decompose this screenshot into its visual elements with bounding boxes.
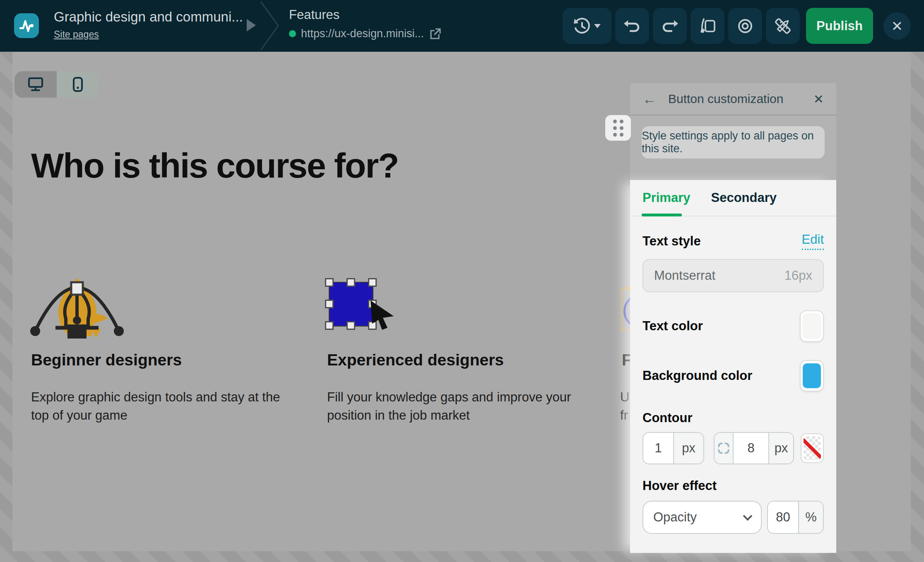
pen-tool-icon: [29, 266, 125, 340]
font-name: Montserrat: [654, 268, 715, 283]
design-tools-button[interactable]: [766, 8, 800, 44]
selected-square-illustration[interactable]: [325, 278, 377, 330]
page-url[interactable]: https://ux-design.minisi...: [301, 27, 424, 40]
preview-button[interactable]: [728, 8, 762, 44]
border-radius-unit: px: [768, 433, 793, 464]
published-status-dot: [289, 30, 296, 37]
border-radius-input[interactable]: 8: [734, 433, 768, 464]
external-link-icon[interactable]: [429, 28, 441, 40]
desktop-view-button[interactable]: [14, 71, 57, 98]
border-width-unit: px: [673, 433, 703, 464]
history-button[interactable]: [563, 8, 611, 44]
corner-radius-cell: [715, 433, 734, 464]
hover-effect-value: Opacity: [653, 510, 697, 525]
redo-button[interactable]: [653, 8, 687, 44]
back-arrow-icon[interactable]: ←: [642, 91, 657, 107]
redo-icon: [661, 17, 679, 35]
style-notice: Style settings apply to all pages on thi…: [642, 126, 825, 159]
hover-effect-dropdown[interactable]: Opacity: [642, 501, 762, 534]
opacity-group: 80 %: [767, 501, 824, 534]
panel-header-row: ← Button customization ✕: [630, 83, 836, 115]
tabs-row: Primary Secondary: [630, 180, 836, 216]
app-logo[interactable]: [14, 13, 39, 38]
mobile-view-button[interactable]: [57, 71, 99, 98]
text-color-label: Text color: [642, 319, 703, 334]
column-body[interactable]: Explore graphic design tools and stay at…: [31, 388, 300, 425]
corner-radius-icon: [717, 442, 730, 454]
site-title: Graphic design and communi...: [54, 9, 253, 25]
panel-title: Button customization: [668, 92, 783, 106]
drag-dots-icon: [613, 120, 623, 137]
selection-handle[interactable]: [368, 278, 377, 287]
editor-close-button[interactable]: ✕: [883, 12, 911, 40]
column-body[interactable]: Fill your knowledge gaps and improve you…: [327, 388, 586, 425]
hover-effect-label: Hover effect: [642, 478, 824, 493]
tab-primary[interactable]: Primary: [642, 190, 690, 205]
page-name: Features: [289, 7, 339, 22]
blue-square: [329, 282, 373, 327]
active-tab-underline: [642, 214, 682, 216]
text-color-swatch[interactable]: [800, 310, 824, 342]
device-toggle: [14, 71, 99, 98]
cursor-arrow-icon: [370, 300, 397, 333]
design-pages-button[interactable]: [691, 8, 724, 44]
background-color-value: [803, 363, 821, 388]
history-clock-icon: [573, 17, 590, 35]
selection-handle[interactable]: [325, 278, 334, 287]
undo-button[interactable]: [615, 8, 649, 44]
selection-handle[interactable]: [346, 278, 355, 287]
pen-tool-illustration[interactable]: [29, 266, 125, 342]
publish-button[interactable]: Publish: [806, 8, 873, 44]
ruler-pencil-icon: [773, 16, 793, 36]
text-color-value: [803, 314, 821, 339]
desktop-icon: [28, 77, 43, 92]
column-title[interactable]: Experienced designers: [327, 351, 504, 369]
no-color-icon: [804, 436, 821, 460]
breadcrumb-chevron-icon: [257, 0, 283, 52]
background-color-swatch[interactable]: [800, 360, 824, 391]
breadcrumb-arrow-icon: [247, 19, 256, 31]
contour-label: Contour: [642, 411, 824, 425]
panel-close-icon[interactable]: ✕: [813, 92, 824, 106]
preview-target-icon: [736, 17, 755, 36]
brush-page-icon: [698, 17, 717, 36]
mobile-icon: [72, 77, 83, 92]
close-icon: ✕: [891, 18, 903, 34]
button-customization-panel: Primary Secondary Text style Edit Montse…: [630, 180, 836, 553]
font-field[interactable]: Montserrat 16px: [642, 259, 824, 292]
selection-handle[interactable]: [325, 321, 334, 330]
chevron-down-icon: [594, 24, 601, 29]
undo-icon: [623, 17, 641, 35]
hero-heading[interactable]: Who is this course for?: [31, 146, 398, 186]
tab-secondary[interactable]: Secondary: [711, 190, 777, 205]
block-drag-handle[interactable]: [605, 115, 631, 141]
site-pages-link[interactable]: Site pages: [54, 29, 99, 40]
edit-text-style-link[interactable]: Edit: [802, 232, 824, 250]
topbar: Graphic design and communi... Site pages…: [0, 0, 924, 52]
font-size: 16px: [784, 268, 812, 283]
border-width-input[interactable]: 1: [643, 433, 673, 464]
column-title[interactable]: Beginner designers: [31, 351, 182, 369]
border-color-swatch[interactable]: [801, 433, 824, 463]
button-customization-header: ← Button customization ✕ Style settings …: [630, 83, 836, 180]
page-url-row: https://ux-design.minisi...: [289, 27, 441, 40]
chevron-down-icon: [743, 512, 753, 521]
text-style-label: Text style: [642, 234, 701, 249]
editor-root: Graphic design and communi... Site pages…: [0, 0, 924, 562]
pulse-icon: [18, 17, 35, 34]
topbar-actions: Publish ✕: [563, 8, 911, 44]
background-color-label: Background color: [642, 368, 752, 383]
opacity-input[interactable]: 80: [768, 502, 798, 533]
selection-handle[interactable]: [346, 321, 355, 330]
border-radius-group: 8 px: [714, 432, 794, 464]
border-width-group: 1 px: [642, 432, 704, 464]
selection-handle[interactable]: [325, 300, 334, 308]
opacity-unit: %: [798, 502, 823, 533]
